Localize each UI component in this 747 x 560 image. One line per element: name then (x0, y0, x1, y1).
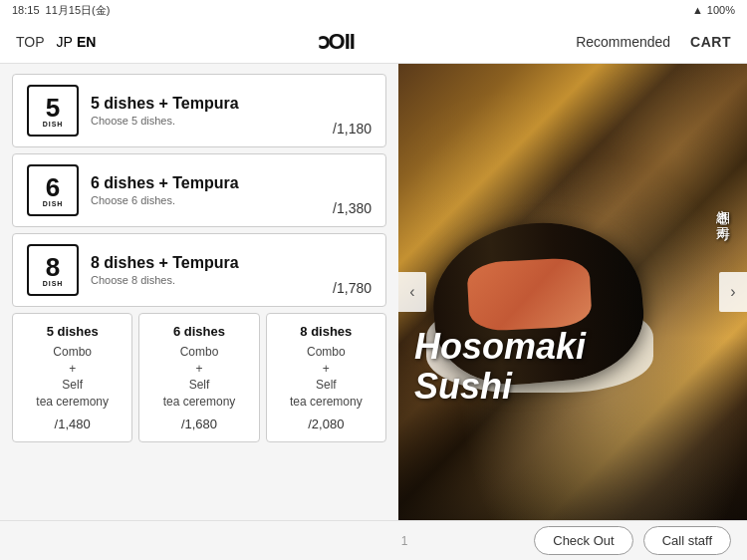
top-button[interactable]: TOP (16, 34, 45, 50)
menu-item-8[interactable]: 8 DISH 8 dishes + Tempura Choose 8 dishe… (12, 233, 386, 307)
combo-title-5: 5 dishes (47, 324, 99, 340)
dish-badge-6: 6 DISH (27, 164, 79, 216)
page-number: 1 (275, 534, 534, 548)
status-bar-right: ▲ 100% (692, 4, 735, 16)
nav-left: TOP JP EN (16, 34, 96, 50)
combo-title-6: 6 dishes (173, 324, 225, 340)
combo-title-8: 8 dishes (300, 324, 352, 340)
combo-desc-5: Combo+Selftea ceremony (36, 344, 109, 411)
card-price-5: /1,180 (333, 121, 372, 137)
sushi-image (398, 64, 747, 520)
card-price-6: /1,380 (333, 200, 372, 216)
dish-badge-8: 8 DISH (27, 244, 79, 296)
dish-number-5: 5 (46, 95, 60, 121)
image-title-line1: Hosomaki (414, 326, 586, 367)
date: 11月15日(金) (46, 3, 111, 18)
combo-row: 5 dishes Combo+Selftea ceremony /1,480 6… (12, 313, 386, 442)
image-title: Hosomaki Sushi (414, 327, 586, 406)
recommended-button[interactable]: Recommended (576, 34, 670, 50)
lang-jp[interactable]: JP (57, 34, 73, 50)
sushi-salmon (466, 257, 592, 332)
card-sub-6: Choose 6 dishes. (91, 194, 321, 206)
battery-text: 100% (707, 4, 735, 16)
chevron-right-icon: › (730, 283, 735, 301)
cart-button[interactable]: CART (690, 34, 731, 50)
combo-price-6: /1,680 (181, 417, 217, 431)
menu-item-6[interactable]: 6 DISH 6 dishes + Tempura Choose 6 dishe… (12, 153, 386, 227)
call-staff-button[interactable]: Call staff (643, 526, 731, 555)
next-arrow[interactable]: › (719, 272, 747, 312)
combo-price-5: /1,480 (55, 417, 91, 431)
nav-bar: TOP JP EN ɔOII Recommended CART (0, 20, 747, 64)
card-price-8: /1,780 (333, 280, 372, 296)
combo-desc-8: Combo+Selftea ceremony (290, 344, 363, 411)
card-sub-8: Choose 8 dishes. (91, 274, 321, 286)
menu-item-5[interactable]: 5 DISH 5 dishes + Tempura Choose 5 dishe… (12, 74, 386, 147)
chevron-left-icon: ‹ (409, 283, 414, 301)
status-bar: 18:15 11月15日(金) ▲ 100% (0, 0, 747, 20)
main-content: 5 DISH 5 dishes + Tempura Choose 5 dishe… (0, 64, 747, 520)
combo-item-8[interactable]: 8 dishes Combo+Selftea ceremony /2,080 (266, 313, 386, 442)
card-info-8: 8 dishes + Tempura Choose 8 dishes. (79, 254, 333, 286)
image-overlay: Hosomaki Sushi (414, 327, 586, 406)
card-title-6: 6 dishes + Tempura (91, 174, 321, 192)
lang-en[interactable]: EN (77, 34, 96, 50)
right-panel: ‹ › Hosomaki Sushi 細巻き寿司 (398, 64, 747, 520)
wifi-icon: ▲ (692, 4, 703, 16)
card-title-8: 8 dishes + Tempura (91, 254, 321, 272)
card-title-5: 5 dishes + Tempura (91, 95, 321, 113)
time: 18:15 (12, 4, 40, 16)
card-sub-5: Choose 5 dishes. (91, 115, 321, 127)
combo-desc-6: Combo+Selftea ceremony (163, 344, 236, 411)
prev-arrow[interactable]: ‹ (398, 272, 426, 312)
language-selector: JP EN (57, 34, 97, 50)
combo-price-8: /2,080 (308, 417, 344, 431)
left-panel: 5 DISH 5 dishes + Tempura Choose 5 dishe… (0, 64, 398, 520)
bottom-actions: Check Out Call staff (534, 526, 731, 555)
status-bar-left: 18:15 11月15日(金) (12, 3, 110, 18)
checkout-button[interactable]: Check Out (534, 526, 632, 555)
dish-badge-5: 5 DISH (27, 85, 79, 137)
logo: ɔOII (318, 29, 355, 55)
nav-right: Recommended CART (576, 34, 731, 50)
combo-item-5[interactable]: 5 dishes Combo+Selftea ceremony /1,480 (12, 313, 132, 442)
image-title-line2: Sushi (414, 366, 512, 407)
card-info-6: 6 dishes + Tempura Choose 6 dishes. (79, 174, 333, 206)
jp-vertical-text: 細巻き寿司 (714, 200, 731, 216)
dish-number-6: 6 (46, 174, 60, 200)
card-info-5: 5 dishes + Tempura Choose 5 dishes. (79, 95, 333, 127)
bottom-bar: 1 Check Out Call staff (0, 520, 747, 560)
combo-item-6[interactable]: 6 dishes Combo+Selftea ceremony /1,680 (138, 313, 259, 442)
dish-number-8: 8 (46, 254, 60, 280)
